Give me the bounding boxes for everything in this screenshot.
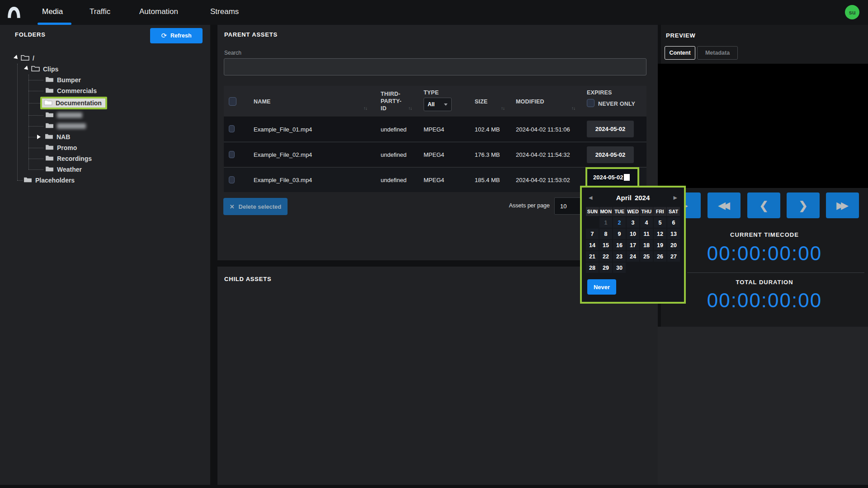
previous-month-icon[interactable]: ◀ xyxy=(589,195,592,201)
row-checkbox[interactable] xyxy=(229,176,235,183)
expander-open-icon[interactable] xyxy=(14,55,21,62)
next-month-icon[interactable]: ▶ xyxy=(674,195,677,201)
calendar-day[interactable]: 15 xyxy=(599,240,612,250)
blurred-label xyxy=(57,113,82,118)
column-third-party-id[interactable]: THIRD- xyxy=(381,91,401,97)
calendar-day-grid: 1234567891011121314151617181920212223242… xyxy=(586,217,680,273)
step-back-button[interactable]: ❮ xyxy=(747,192,780,218)
calendar-day[interactable] xyxy=(586,217,599,228)
calendar-day[interactable]: 30 xyxy=(613,263,626,273)
calendar-day[interactable]: 9 xyxy=(613,229,626,239)
calendar-day[interactable]: 20 xyxy=(667,240,680,250)
delete-icon: ✕ xyxy=(230,203,235,210)
tree-item-weather[interactable]: Weather xyxy=(9,164,203,175)
row-checkbox[interactable] xyxy=(229,125,235,132)
calendar-day[interactable]: 24 xyxy=(627,251,639,262)
nav-tab-automation[interactable]: Automation xyxy=(139,7,178,16)
calendar-month-year: April2024 xyxy=(616,194,650,202)
user-avatar[interactable]: su xyxy=(845,5,859,19)
never-only-checkbox[interactable] xyxy=(587,99,594,107)
calendar-day[interactable]: 1 xyxy=(599,217,612,228)
tree-item-clips[interactable]: Clips xyxy=(9,64,203,75)
assets-per-page-input[interactable] xyxy=(554,197,581,215)
calendar-day[interactable]: 27 xyxy=(667,251,680,262)
day-header: SUN xyxy=(586,207,599,216)
row-checkbox[interactable] xyxy=(229,151,235,158)
calendar-day[interactable]: 4 xyxy=(640,217,653,228)
expander-open-icon[interactable] xyxy=(24,66,31,73)
folder-icon xyxy=(24,176,32,184)
folders-sidebar: FOLDERS ⟳ Refresh / Clips xyxy=(0,25,210,485)
sort-name-icon[interactable]: ↑↓ xyxy=(363,106,367,111)
tree-item-placeholders[interactable]: Placeholders xyxy=(9,175,203,186)
calendar-day[interactable]: 28 xyxy=(586,263,599,273)
sort-modified-icon[interactable]: ↑↓ xyxy=(571,106,575,111)
rewind-button[interactable]: ◀◀ xyxy=(708,192,741,218)
tree-item-promo[interactable]: Promo xyxy=(9,142,203,153)
tree-item-commercials[interactable]: Commercials xyxy=(9,85,203,96)
chevron-left-icon: ❮ xyxy=(759,199,768,212)
calendar-day[interactable]: 21 xyxy=(586,251,599,262)
calendar-day[interactable]: 10 xyxy=(627,229,639,239)
tree-item-nab[interactable]: NAB xyxy=(9,131,203,142)
expires-date-button[interactable]: 2024-05-02 xyxy=(587,121,634,137)
calendar-day[interactable]: 7 xyxy=(586,229,599,239)
search-input[interactable] xyxy=(224,58,646,75)
folder-icon xyxy=(45,144,54,152)
sort-size-icon[interactable]: ↑↓ xyxy=(501,106,505,111)
nav-tab-media[interactable]: Media xyxy=(42,7,63,16)
table-header: NAME ↑↓ THIRD- PARTY- ID ↑↓ TYPE All SIZ… xyxy=(224,86,646,116)
calendar-day[interactable]: 18 xyxy=(640,240,653,250)
nav-tab-traffic[interactable]: Traffic xyxy=(90,7,110,16)
tree-item-recordings[interactable]: Recordings xyxy=(9,153,203,164)
refresh-button[interactable]: ⟳ Refresh xyxy=(150,28,203,43)
table-row[interactable]: Example_File_01.mp4 undefined MPEG4 102.… xyxy=(224,117,646,141)
calendar-day[interactable]: 17 xyxy=(627,240,639,250)
column-name[interactable]: NAME xyxy=(254,99,271,105)
calendar-day[interactable]: 12 xyxy=(654,229,666,239)
calendar-day[interactable]: 11 xyxy=(640,229,653,239)
calendar-day[interactable]: 13 xyxy=(667,229,680,239)
calendar-day[interactable]: 5 xyxy=(654,217,666,228)
tree-item-redacted[interactable] xyxy=(9,110,203,121)
expander-closed-icon[interactable] xyxy=(37,135,43,139)
cell-size: 176.3 MB xyxy=(475,151,500,158)
calendar-day[interactable] xyxy=(654,263,666,273)
calendar-day[interactable]: 26 xyxy=(654,251,666,262)
calendar-day[interactable]: 14 xyxy=(586,240,599,250)
nav-tab-streams[interactable]: Streams xyxy=(210,7,239,16)
calendar-day[interactable]: 19 xyxy=(654,240,666,250)
calendar-day[interactable]: 23 xyxy=(613,251,626,262)
table-row[interactable]: Example_File_02.mp4 undefined MPEG4 176.… xyxy=(224,142,646,167)
select-all-checkbox[interactable] xyxy=(229,97,236,106)
column-modified[interactable]: MODIFIED xyxy=(516,99,544,105)
calendar-day[interactable]: 22 xyxy=(599,251,612,262)
calendar-day[interactable]: 25 xyxy=(640,251,653,262)
tree-item-documentation[interactable]: Documentation xyxy=(9,96,203,110)
expires-date-button[interactable]: 2024-05-02 xyxy=(587,146,634,163)
tree-item-redacted[interactable] xyxy=(9,121,203,131)
calendar-day[interactable] xyxy=(627,263,639,273)
type-filter-select[interactable]: All xyxy=(424,98,452,111)
expires-date-input[interactable]: 2024-05-02 xyxy=(585,167,639,188)
calendar-day[interactable]: 16 xyxy=(613,240,626,250)
tab-content[interactable]: Content xyxy=(665,46,695,60)
child-assets-title: CHILD ASSETS xyxy=(224,276,271,282)
never-expires-button[interactable]: Never xyxy=(587,279,616,295)
calendar-day[interactable]: 8 xyxy=(599,229,612,239)
tree-item-root[interactable]: / xyxy=(9,53,203,64)
search-label: Search xyxy=(224,50,241,56)
calendar-day[interactable] xyxy=(667,263,680,273)
calendar-day[interactable]: 2 xyxy=(613,217,626,228)
calendar-day[interactable]: 29 xyxy=(599,263,612,273)
column-size[interactable]: SIZE xyxy=(475,99,488,105)
calendar-day[interactable]: 3 xyxy=(627,217,639,228)
fast-forward-button[interactable]: ▶▶ xyxy=(826,192,859,218)
tree-item-bumper[interactable]: Bumper xyxy=(9,75,203,85)
step-forward-button[interactable]: ❯ xyxy=(787,192,820,218)
delete-selected-button[interactable]: ✕ Delete selected xyxy=(223,198,288,215)
tab-metadata[interactable]: Metadata xyxy=(697,46,738,60)
calendar-day[interactable]: 6 xyxy=(667,217,680,228)
sort-third-party-id-icon[interactable]: ↑↓ xyxy=(408,106,412,111)
calendar-day[interactable] xyxy=(640,263,653,273)
